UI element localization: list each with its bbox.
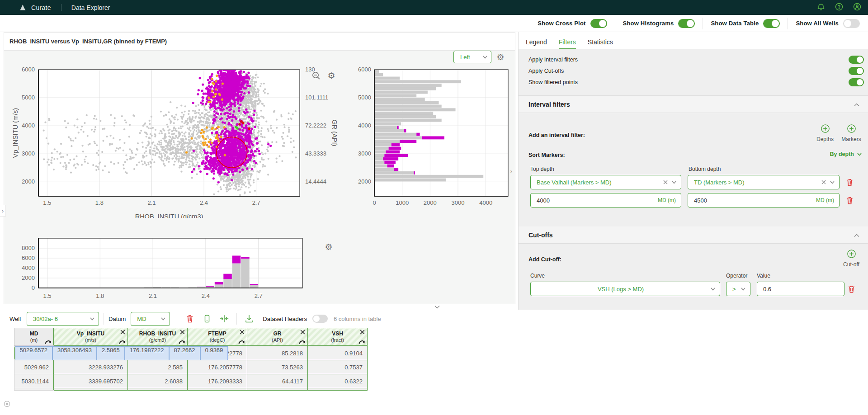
delete-rows-icon[interactable] xyxy=(184,313,196,325)
circle-x-icon[interactable] xyxy=(4,401,10,407)
column-curve-arrow-icon[interactable] xyxy=(179,339,185,344)
add-markers-button[interactable]: Markers xyxy=(838,124,864,142)
table-cell[interactable]: 5030.1144 xyxy=(14,374,54,388)
collapse-section-icon[interactable] xyxy=(854,231,859,239)
delete-depth-filter-icon[interactable] xyxy=(845,195,854,205)
remove-column-icon[interactable] xyxy=(120,330,125,335)
remove-column-icon[interactable] xyxy=(240,330,245,335)
top-depth-input[interactable]: 4000 MD (m) xyxy=(530,193,681,208)
toggle-switch[interactable] xyxy=(678,19,695,28)
add-cutoff-button[interactable]: Cut-off xyxy=(838,249,864,268)
svg-text:RHOB_INSITU (g/cm3): RHOB_INSITU (g/cm3) xyxy=(135,213,203,218)
column-view-icon[interactable] xyxy=(201,313,213,325)
column-header-ftemp[interactable]: FTEMP(degC) xyxy=(188,328,247,346)
toggle-switch[interactable] xyxy=(849,67,864,75)
bottom-histogram-settings-icon[interactable]: ⚙ xyxy=(323,241,334,252)
table-row[interactable]: 5029.9623228.9332762.585176.205777873.52… xyxy=(14,360,368,374)
top-marker-select[interactable]: Base Valhall (Markers > MD) xyxy=(530,175,681,189)
cutoff-value-input[interactable]: 0.6 xyxy=(757,282,844,296)
remove-column-icon[interactable] xyxy=(300,330,305,335)
panel-tabs: LegendFiltersStatistics xyxy=(519,32,868,49)
vp-histogram-svg[interactable]: 0100020003000400020003000400050006000 xyxy=(349,52,513,218)
cutoff-operator-select[interactable]: > xyxy=(726,282,750,296)
cross-plot-host[interactable]: 1.51.82.12.42.72000300040005000600013010… xyxy=(9,52,344,220)
column-header-rhob_insitu[interactable]: RHOB_INSITU(g/cm3) xyxy=(128,328,188,346)
toggle-switch[interactable] xyxy=(849,56,864,64)
table-cell[interactable]: 3058.306493 xyxy=(52,346,97,360)
column-curve-arrow-icon[interactable] xyxy=(45,339,52,344)
bottom-depth-input[interactable]: 4500 MD (m) xyxy=(688,193,840,208)
table-row[interactable]: 5030.11443339.6957022.6038176.209333364.… xyxy=(14,374,368,388)
table-cell[interactable]: 2.5865 xyxy=(97,346,125,360)
column-curve-arrow-icon[interactable] xyxy=(299,339,306,344)
collapse-section-icon[interactable] xyxy=(854,101,859,108)
table-cell[interactable]: 3339.695702 xyxy=(54,374,128,388)
table-cell[interactable]: 64.4117 xyxy=(247,374,308,388)
datum-select[interactable]: MD xyxy=(131,312,170,326)
fit-columns-icon[interactable] xyxy=(218,313,230,325)
table-cell[interactable]: 2.6038 xyxy=(128,374,188,388)
divider xyxy=(236,313,237,325)
help-icon[interactable] xyxy=(835,2,844,13)
clear-icon[interactable] xyxy=(817,180,830,184)
bottom-collapse-handle[interactable] xyxy=(428,303,446,310)
histogram-axis-select[interactable]: Left xyxy=(453,51,491,63)
cross-plot-svg[interactable]: 1.51.82.12.42.72000300040005000600013010… xyxy=(9,52,344,218)
panel-collapse-handle[interactable]: › xyxy=(507,164,515,178)
dataset-headers-toggle[interactable] xyxy=(312,315,328,323)
vertical-histogram-host[interactable]: 0100020003000400020003000400050006000 xyxy=(349,52,513,220)
left-collapse-handle[interactable]: › xyxy=(0,205,6,217)
table-cell[interactable]: 0.9104 xyxy=(308,346,368,360)
delete-cutoff-icon[interactable] xyxy=(847,284,856,294)
well-select[interactable]: 30/02a- 6 xyxy=(27,312,99,326)
tab-filters[interactable]: Filters xyxy=(559,38,576,49)
svg-text:4000: 4000 xyxy=(479,199,492,206)
notifications-icon[interactable] xyxy=(816,2,826,13)
bottom-histogram-host[interactable]: 1.51.82.12.42.702000400060008000 xyxy=(9,227,344,305)
table-cell[interactable]: 176.2057778 xyxy=(188,360,247,374)
table-cell[interactable]: 0.9369 xyxy=(200,346,228,360)
table-cell[interactable]: 85.2818 xyxy=(247,346,308,360)
cutoff-curve-select[interactable]: VSH (Logs > MD) xyxy=(530,282,720,296)
bottom-marker-select[interactable]: TD (Markers > MD) xyxy=(688,175,840,189)
column-curve-arrow-icon[interactable] xyxy=(238,339,245,344)
toggle-switch[interactable] xyxy=(590,19,607,28)
sort-markers-select[interactable]: By depth xyxy=(830,151,862,157)
tab-legend[interactable]: Legend xyxy=(526,38,547,49)
chart-zone: 1.51.82.12.42.72000300040005000600013010… xyxy=(4,51,515,304)
download-icon[interactable] xyxy=(243,313,255,325)
clear-icon[interactable] xyxy=(659,180,672,184)
rhob-histogram-svg[interactable]: 1.51.82.12.42.702000400060008000 xyxy=(9,227,344,303)
column-header-md[interactable]: MD(m) xyxy=(14,328,54,346)
toggle-switch[interactable] xyxy=(763,19,780,28)
column-header-gr[interactable]: GR(API) xyxy=(247,328,308,346)
table-cell[interactable]: 0.6322 xyxy=(308,374,368,388)
crossplot-settings-icon[interactable]: ⚙ xyxy=(326,70,337,81)
remove-column-icon[interactable] xyxy=(180,330,185,335)
column-curve-arrow-icon[interactable] xyxy=(119,339,126,344)
tab-statistics[interactable]: Statistics xyxy=(588,38,613,49)
table-cell[interactable]: 87.2662 xyxy=(169,346,200,360)
account-icon[interactable] xyxy=(853,2,862,13)
remove-column-icon[interactable] xyxy=(360,330,365,335)
table-row[interactable]: 5029.65723058.3064932.5865176.198722287.… xyxy=(14,346,229,360)
zoom-out-icon[interactable] xyxy=(311,70,321,81)
column-header-vsh[interactable]: VSH(fract) xyxy=(308,328,368,346)
column-header-vp_insitu[interactable]: Vp_INSITU(m/s) xyxy=(54,328,128,346)
histogram-settings-icon[interactable]: ⚙ xyxy=(495,52,506,62)
table-cell[interactable]: 0.7537 xyxy=(308,360,368,374)
table-cell[interactable]: 73.5263 xyxy=(247,360,308,374)
toggle-switch[interactable] xyxy=(843,19,860,28)
table-cell[interactable]: 2.585 xyxy=(128,360,188,374)
table-cell[interactable]: 176.2093333 xyxy=(188,374,247,388)
delete-marker-filter-icon[interactable] xyxy=(845,177,854,187)
toggle-switch[interactable] xyxy=(849,78,864,86)
cutoffs-header[interactable]: Cut-offs xyxy=(519,226,868,244)
table-cell[interactable]: 5029.962 xyxy=(14,360,54,374)
table-cell[interactable]: 5029.6572 xyxy=(15,346,52,360)
table-cell[interactable]: 176.1987222 xyxy=(125,346,169,360)
add-depths-button[interactable]: Depths xyxy=(812,124,838,142)
table-cell[interactable]: 3228.933276 xyxy=(54,360,128,374)
column-curve-arrow-icon[interactable] xyxy=(359,339,365,344)
interval-filters-header[interactable]: Interval filters xyxy=(519,96,868,113)
